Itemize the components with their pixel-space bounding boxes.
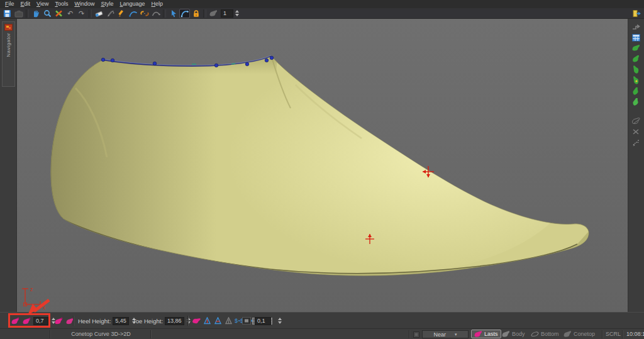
main-toolbar: ↶ ↷ <box>0 8 644 19</box>
scroll-lock-indicator: SCRL <box>606 329 621 339</box>
heel-height-value[interactable]: 5,45 <box>113 317 129 325</box>
status-separator <box>602 330 603 338</box>
lock-icon[interactable] <box>191 9 201 18</box>
menu-style[interactable]: Style <box>97 0 116 8</box>
near-dropdown-value: Near <box>433 331 446 338</box>
zoom-icon[interactable] <box>42 9 53 18</box>
last-add-group <box>54 313 75 329</box>
last-side-view-alt-icon[interactable] <box>631 55 641 63</box>
menu-window[interactable]: Window <box>71 0 97 8</box>
last-flatten-pink-icon[interactable] <box>192 316 201 326</box>
unlink-icon[interactable] <box>139 9 150 18</box>
menu-file[interactable]: File <box>2 0 18 8</box>
menu-bar: File Edit View Tools Window Style Langua… <box>0 0 644 8</box>
girth-lock-gray-icon[interactable] <box>224 316 233 326</box>
heel-height-group: Heel Height: 5,45 <box>78 313 136 329</box>
clock: 10:08:10 <box>626 329 644 339</box>
copies-stepper[interactable]: 1 <box>221 9 240 18</box>
workspace: Navigator <box>0 19 644 312</box>
toe-height-label: Toe Height: <box>133 318 163 325</box>
axis-x-label: x <box>43 304 46 311</box>
status-bar: Conetop Curve 3D->2D Near ▾ Lasts Body B… <box>0 328 644 339</box>
toolbar-separator <box>203 9 206 18</box>
conetop-offset-value[interactable]: 0,7 <box>33 317 48 325</box>
last-outline-gray-icon <box>564 331 572 337</box>
open-file-icon[interactable] <box>13 9 24 18</box>
bottom-button-label: Bottom <box>541 331 559 337</box>
menu-tools[interactable]: Tools <box>52 0 71 8</box>
toe-height-group: Toe Height: 13,86 <box>133 313 192 329</box>
undo-icon[interactable]: ↶ <box>65 9 75 18</box>
sole-gray-icon <box>531 331 539 337</box>
toolbar-separator <box>163 9 166 18</box>
near-dropdown[interactable]: Near ▾ <box>422 330 469 338</box>
bottom-toggle-button[interactable]: Bottom <box>528 330 562 338</box>
last-top-view-alt-icon[interactable] <box>631 97 641 106</box>
last-pink-icon <box>474 331 482 337</box>
eraser-icon[interactable] <box>94 9 104 18</box>
menu-help[interactable]: Help <box>148 0 167 8</box>
navigator-tab[interactable]: Navigator <box>2 21 15 87</box>
measure-run-icon[interactable] <box>631 138 641 147</box>
bottom-separator <box>73 316 74 326</box>
copies-spinner[interactable] <box>234 9 240 18</box>
save-icon[interactable] <box>2 9 13 18</box>
menu-language[interactable]: Language <box>116 0 148 8</box>
delete-last-icon[interactable] <box>631 128 641 136</box>
left-panel-strip: Navigator <box>0 19 17 312</box>
application-window: File Edit View Tools Window Style Langua… <box>0 0 644 339</box>
copies-value[interactable]: 1 <box>221 9 233 18</box>
bottom-separator <box>187 316 189 326</box>
draw-pencil-icon[interactable] <box>116 9 127 18</box>
girth-down-icon[interactable] <box>213 316 223 326</box>
conetop-toggle-button[interactable]: Conetop <box>561 330 597 338</box>
menu-view[interactable]: View <box>33 0 52 8</box>
last-front-view-icon[interactable] <box>631 65 641 74</box>
tolerance-value[interactable]: 0,1 <box>255 317 271 325</box>
status-message: Conetop Curve 3D->2D <box>55 329 147 339</box>
toe-height-spinner[interactable] <box>186 316 192 325</box>
bottom-toolbar: 0,7 Heel Height: 5,45 Toe Height: 13,86 <box>0 312 644 328</box>
last-front-marked-icon[interactable] <box>631 76 641 84</box>
export-arrow-icon[interactable] <box>631 23 641 31</box>
conetop-button-label: Conetop <box>574 331 595 337</box>
body-toggle-button[interactable]: Body <box>499 330 528 338</box>
lasts-button-label: Lasts <box>484 331 498 337</box>
edit-curve-tool-icon[interactable] <box>179 9 190 18</box>
grid-view-icon[interactable] <box>631 33 641 42</box>
body-button-label: Body <box>512 331 525 337</box>
girth-up-icon[interactable] <box>203 316 212 326</box>
compare-lasts-icon[interactable] <box>631 117 641 125</box>
measure-curve-gray-icon[interactable] <box>150 9 161 18</box>
select-arrow-icon[interactable] <box>168 9 179 18</box>
axis-z-label: z <box>30 286 33 292</box>
toolbar-separator <box>26 9 29 18</box>
preview-box-icon[interactable] <box>242 316 251 326</box>
last-add-pink-icon[interactable] <box>54 316 64 326</box>
navigator-icon <box>4 24 13 31</box>
tolerance-spinner[interactable] <box>277 316 282 325</box>
tolerance-group: 0,1 <box>242 313 282 329</box>
last-down-pink-icon[interactable] <box>22 316 31 326</box>
pan-hand-icon[interactable] <box>31 9 42 18</box>
chevron-down-icon: ▾ <box>455 332 457 337</box>
status-separator <box>409 330 410 338</box>
svg-text:$: $ <box>235 318 238 324</box>
last-top-view-icon[interactable] <box>631 87 641 95</box>
redo-icon[interactable]: ↷ <box>76 9 87 18</box>
panel-toggle-icon[interactable] <box>631 9 641 18</box>
toolbar-separator <box>89 9 92 18</box>
navigator-tab-label: Navigator <box>6 33 11 57</box>
viewport-3d[interactable]: z x <box>17 19 628 312</box>
curve-tool-icon[interactable] <box>128 9 138 18</box>
status-separator <box>622 330 623 338</box>
last-side-view-icon[interactable] <box>631 44 641 52</box>
last-ghost-icon[interactable] <box>208 9 219 18</box>
clean-brush-icon[interactable] <box>105 9 116 18</box>
lasts-toggle-button[interactable]: Lasts <box>471 330 501 338</box>
status-checkbox[interactable] <box>413 331 419 338</box>
last-up-pink-icon[interactable] <box>11 316 20 326</box>
delete-cross-icon[interactable] <box>53 9 64 18</box>
menu-edit[interactable]: Edit <box>18 0 34 8</box>
toe-height-value[interactable]: 13,86 <box>165 317 184 325</box>
